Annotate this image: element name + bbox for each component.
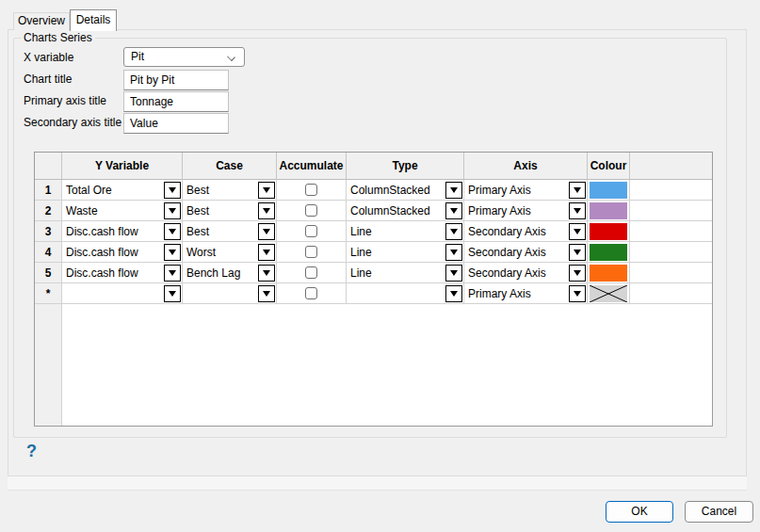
y-variable-cell[interactable] (62, 283, 183, 304)
header-colour: Colour (588, 153, 630, 180)
chart-title-input[interactable]: Pit by Pit (123, 70, 229, 90)
axis-cell[interactable]: Secondary Axis (464, 242, 588, 263)
colour-cell[interactable] (588, 242, 630, 263)
type-cell[interactable]: Line (347, 263, 464, 283)
dropdown-arrow-button[interactable] (164, 202, 181, 219)
row-header[interactable]: 1 (35, 180, 62, 201)
accumulate-checkbox[interactable] (305, 225, 317, 237)
axis-cell[interactable]: Primary Axis (464, 201, 588, 221)
axis-cell[interactable]: Primary Axis (464, 283, 588, 304)
ok-button[interactable]: OK (606, 501, 673, 523)
accumulate-checkbox[interactable] (305, 204, 317, 217)
colour-swatch[interactable] (590, 202, 627, 219)
dropdown-arrow-icon (574, 291, 581, 297)
accumulate-checkbox[interactable] (305, 287, 317, 299)
colour-cell[interactable] (588, 221, 630, 242)
accumulate-checkbox[interactable] (305, 184, 317, 196)
type-cell[interactable]: ColumnStacked (347, 180, 464, 201)
dropdown-arrow-button[interactable] (164, 244, 181, 261)
dropdown-arrow-button[interactable] (258, 265, 275, 282)
colour-cell[interactable] (588, 283, 630, 304)
dropdown-arrow-button[interactable] (445, 285, 462, 302)
axis-cell-text: Secondary Axis (464, 225, 569, 238)
colour-cell[interactable] (588, 180, 630, 201)
dropdown-arrow-icon (169, 229, 176, 234)
y-variable-cell[interactable]: Waste (62, 201, 183, 221)
colour-swatch[interactable] (590, 265, 627, 282)
header-y-variable: Y Variable (62, 153, 183, 180)
x-variable-label: X variable (24, 51, 73, 64)
row-header[interactable]: 2 (35, 201, 62, 221)
case-cell[interactable]: Best (183, 221, 277, 242)
dropdown-arrow-icon (169, 208, 176, 214)
axis-cell[interactable]: Secondary Axis (464, 221, 588, 242)
y-variable-cell[interactable]: Disc.cash flow (62, 221, 183, 242)
header-accumulate: Accumulate (277, 153, 347, 180)
accumulate-checkbox[interactable] (305, 246, 317, 258)
colour-cell[interactable] (588, 201, 630, 221)
dropdown-arrow-button[interactable] (258, 285, 275, 302)
type-cell[interactable]: Line (347, 221, 464, 242)
dropdown-arrow-button[interactable] (569, 202, 586, 219)
dropdown-arrow-icon (263, 250, 270, 255)
dropdown-arrow-button[interactable] (445, 265, 462, 282)
dropdown-arrow-button[interactable] (164, 285, 181, 302)
colour-swatch[interactable] (590, 223, 627, 240)
row-header[interactable]: 4 (35, 242, 62, 263)
dropdown-arrow-button[interactable] (258, 244, 275, 261)
colour-swatch[interactable] (590, 244, 627, 261)
case-cell[interactable]: Worst (183, 242, 277, 263)
header-axis: Axis (464, 153, 588, 180)
dropdown-arrow-button[interactable] (569, 182, 586, 199)
colour-swatch[interactable] (590, 182, 627, 199)
row-header-strip (35, 304, 62, 426)
row-filler (630, 180, 712, 201)
y-variable-cell[interactable]: Disc.cash flow (62, 263, 183, 283)
dropdown-arrow-button[interactable] (258, 182, 275, 199)
x-variable-selected-value: Pit (131, 50, 144, 63)
dropdown-arrow-icon (450, 250, 458, 255)
type-cell[interactable]: ColumnStacked (347, 201, 464, 221)
dropdown-arrow-button[interactable] (258, 223, 275, 240)
primary-axis-title-input[interactable]: Tonnage (123, 91, 229, 112)
dropdown-arrow-button[interactable] (569, 223, 586, 240)
colour-cell[interactable] (588, 263, 630, 283)
empty-colour-swatch[interactable] (590, 285, 627, 302)
tab-overview[interactable]: Overview (13, 12, 70, 30)
row-header[interactable]: 3 (35, 221, 62, 242)
case-cell[interactable]: Best (183, 201, 277, 221)
row-header[interactable]: 5 (35, 263, 62, 283)
accumulate-checkbox[interactable] (305, 266, 317, 279)
axis-cell-text: Secondary Axis (464, 246, 569, 259)
case-cell[interactable] (183, 283, 277, 304)
bottom-panel-strip (8, 476, 747, 491)
dropdown-arrow-button[interactable] (569, 244, 586, 261)
dropdown-arrow-button[interactable] (569, 285, 586, 302)
type-cell[interactable] (347, 283, 464, 304)
x-variable-select[interactable]: Pit (123, 47, 245, 67)
secondary-axis-title-input[interactable]: Value (123, 113, 229, 134)
type-cell[interactable]: Line (347, 242, 464, 263)
dropdown-arrow-button[interactable] (258, 202, 275, 219)
axis-cell[interactable]: Primary Axis (464, 180, 588, 201)
case-cell-text: Best (183, 225, 258, 238)
y-variable-cell[interactable]: Total Ore (62, 180, 183, 201)
row-header[interactable]: * (35, 283, 62, 304)
dropdown-arrow-button[interactable] (445, 202, 462, 219)
dropdown-arrow-button[interactable] (445, 182, 462, 199)
dropdown-arrow-button[interactable] (569, 265, 586, 282)
dropdown-arrow-button[interactable] (445, 244, 462, 261)
case-cell[interactable]: Best (183, 180, 277, 201)
dropdown-arrow-button[interactable] (164, 223, 181, 240)
cancel-button[interactable]: Cancel (685, 501, 753, 523)
type-cell-text: ColumnStacked (347, 204, 445, 218)
type-cell-text: ColumnStacked (347, 184, 445, 197)
y-variable-cell[interactable]: Disc.cash flow (62, 242, 183, 263)
tab-details[interactable]: Details (70, 9, 117, 31)
dropdown-arrow-button[interactable] (164, 182, 181, 199)
case-cell[interactable]: Bench Lag (183, 263, 277, 283)
axis-cell[interactable]: Secondary Axis (464, 263, 588, 283)
dropdown-arrow-button[interactable] (445, 223, 462, 240)
dropdown-arrow-button[interactable] (164, 265, 181, 282)
help-icon[interactable]: ? (26, 442, 37, 461)
